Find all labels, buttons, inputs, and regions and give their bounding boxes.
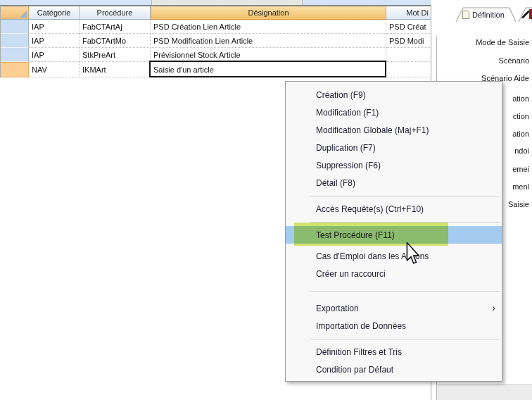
panel-field-label-fragment: ction bbox=[513, 112, 529, 120]
application-window: CatégorieProcédureDésignationMot Di IAPF… bbox=[0, 0, 532, 400]
menu-separator bbox=[286, 192, 502, 200]
panel-field-label: Mode de Saisie bbox=[476, 38, 529, 46]
menu-item[interactable]: Créer un raccourci bbox=[286, 265, 502, 282]
table-cell[interactable]: PSD Modification Lien Article bbox=[151, 34, 386, 48]
table-cell[interactable]: NAV bbox=[29, 62, 80, 77]
table-body: IAPFabCTArtAjPSD Création Lien ArticlePS… bbox=[1, 20, 431, 77]
table-row: NAVIKMArtSaisie d'un article bbox=[1, 62, 431, 77]
panel-field-label-fragment: ndoi bbox=[514, 146, 529, 155]
sort-corner-triangle-icon bbox=[20, 11, 27, 18]
panel-footer-area bbox=[437, 385, 532, 400]
table-cell[interactable]: Prévisionnel Stock Article bbox=[151, 48, 386, 62]
menu-item[interactable]: Modification Globale (Maj+F1) bbox=[286, 121, 502, 139]
table-row: IAPFabCTArtAjPSD Création Lien ArticlePS… bbox=[1, 20, 431, 34]
row-selector-cell[interactable] bbox=[1, 62, 29, 77]
menu-item[interactable]: Détail (F8) bbox=[286, 174, 502, 192]
row-selector-cell[interactable] bbox=[1, 20, 29, 34]
menu-separator-line bbox=[310, 196, 500, 196]
menu-item[interactable]: Importation de Données bbox=[286, 317, 502, 335]
menu-separator bbox=[286, 335, 502, 343]
table-row: IAPStkPreArtPrévisionnel Stock Article bbox=[1, 48, 431, 62]
row-selector-header[interactable] bbox=[1, 6, 29, 20]
menu-item[interactable]: Création (F9) bbox=[286, 86, 502, 104]
menu-separator bbox=[286, 218, 502, 226]
row-selector-cell[interactable] bbox=[1, 34, 29, 48]
panel-field-label-fragment: ation bbox=[512, 94, 529, 103]
table-cell[interactable]: PSD Création Lien Article bbox=[151, 20, 386, 34]
menu-item[interactable]: Suppression (F6) bbox=[286, 156, 502, 174]
menu-separator bbox=[286, 282, 502, 299]
table-cell[interactable] bbox=[386, 48, 431, 62]
column-header[interactable]: Désignation bbox=[151, 6, 386, 20]
table-header-row: CatégorieProcédureDésignationMot Di bbox=[1, 6, 431, 20]
table-cell[interactable]: IKMArt bbox=[80, 62, 151, 77]
table-cell[interactable]: PSD Modi bbox=[386, 34, 431, 48]
menu-item[interactable]: Accès Requête(s) (Ctrl+F10) bbox=[286, 200, 502, 218]
menu-separator-line bbox=[310, 339, 500, 339]
menu-item[interactable]: Modification (F1) bbox=[286, 104, 502, 121]
submenu-arrow-icon: › bbox=[492, 301, 495, 313]
panel-field-label-fragment: emei bbox=[512, 165, 529, 173]
menu-item[interactable]: Exportation› bbox=[286, 299, 502, 317]
note-page-icon bbox=[462, 11, 469, 19]
table-cell[interactable]: IAP bbox=[29, 48, 80, 62]
column-header[interactable]: Procédure bbox=[80, 6, 151, 20]
table-cell[interactable]: Saisie d'un article bbox=[151, 62, 386, 77]
menu-item[interactable]: Test Procédure (F11) bbox=[286, 226, 502, 244]
panel-field-label: Scénario bbox=[499, 56, 529, 65]
tab-definition-label: Définition bbox=[472, 11, 505, 19]
tab-definition[interactable]: Définition bbox=[462, 8, 505, 20]
menu-separator-line bbox=[310, 222, 500, 223]
scrollbar-thumb[interactable] bbox=[151, 0, 303, 5]
table-cell[interactable]: StkPreArt bbox=[80, 48, 151, 62]
table-cell[interactable]: IAP bbox=[29, 20, 80, 34]
table-horizontal-scrollbar[interactable] bbox=[0, 0, 431, 6]
table-cell[interactable]: FabCTArtAj bbox=[80, 20, 151, 34]
context-menu: Création (F9)Modification (F1)Modificati… bbox=[285, 81, 502, 382]
row-selector-cell[interactable] bbox=[1, 48, 29, 62]
table-row: IAPFabCTArtMoPSD Modification Lien Artic… bbox=[1, 34, 431, 48]
table-cell[interactable]: IAP bbox=[29, 34, 80, 48]
column-header[interactable]: Mot Di bbox=[386, 6, 431, 20]
table-cell[interactable] bbox=[386, 62, 431, 77]
column-header[interactable]: Catégorie bbox=[29, 6, 80, 20]
menu-separator-line bbox=[310, 291, 500, 292]
procedures-table: CatégorieProcédureDésignationMot Di IAPF… bbox=[0, 6, 431, 77]
table-cell[interactable]: PSD Créat bbox=[386, 20, 431, 34]
menu-item[interactable]: Duplication (F7) bbox=[286, 139, 502, 156]
table-cell[interactable]: FabCTArtMo bbox=[80, 34, 151, 48]
menu-item[interactable]: Définition Filtres et Tris bbox=[286, 343, 502, 361]
menu-item[interactable]: Cas d'Emploi dans les Actions bbox=[286, 247, 502, 265]
menu-item[interactable]: Condition par Défaut bbox=[286, 361, 502, 378]
panel-field-label-fragment: Saisie bbox=[508, 200, 529, 208]
panel-field-label-fragment: ation bbox=[512, 130, 529, 138]
clipped-tab-glyph bbox=[529, 9, 532, 19]
panel-field-label-fragment: menl bbox=[512, 182, 529, 191]
